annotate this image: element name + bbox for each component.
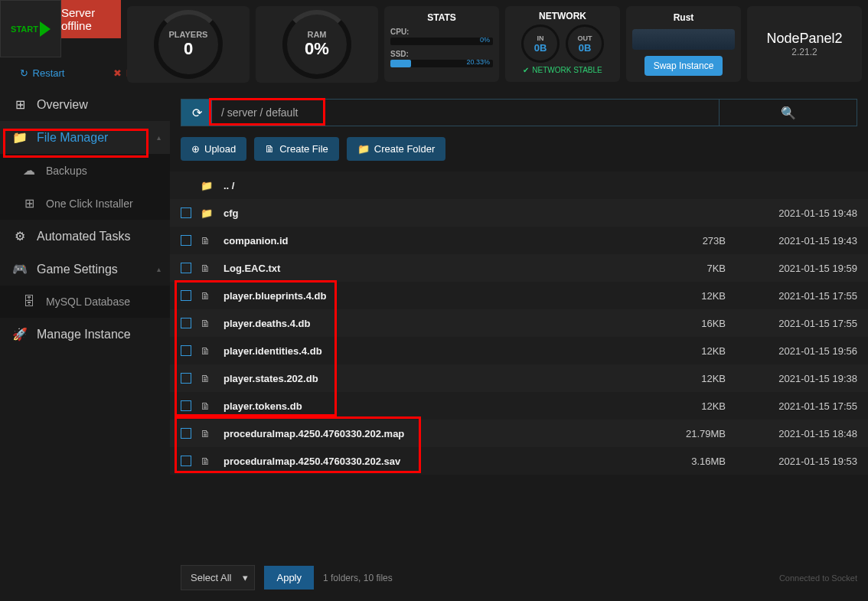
file-date: 2021-01-15 19:53	[735, 456, 857, 467]
file-name: proceduralmap.4250.4760330.202.map	[224, 428, 640, 439]
kill-icon: ✖	[113, 67, 122, 79]
file-date: 2021-01-15 19:59	[735, 263, 857, 274]
create-file-button[interactable]: 🗎Create File	[254, 137, 339, 161]
stats-panel: STATS CPU:0% SSD:20.33%	[384, 6, 499, 82]
check-icon: ✔	[523, 66, 529, 74]
create-folder-button[interactable]: 📁Create Folder	[347, 137, 445, 161]
file-name: .. /	[224, 180, 640, 191]
sidebar-item-file-manager[interactable]: 📁File Manager▴	[0, 121, 170, 154]
nav-icon: 🗄	[21, 295, 37, 309]
file-icon: 🗎	[201, 373, 214, 384]
file-name: player.states.202.db	[224, 373, 640, 384]
sidebar: ⊞Overview📁File Manager▴☁Backups⊞One Clic…	[0, 88, 170, 601]
file-checkbox[interactable]	[181, 235, 191, 246]
file-row[interactable]: 📁cfg2021-01-15 19:48	[170, 199, 868, 227]
file-icon: 🗎	[201, 400, 214, 412]
file-checkbox[interactable]	[181, 207, 191, 218]
file-list: 📁.. /📁cfg2021-01-15 19:48🗎companion.id27…	[170, 171, 868, 554]
nav-icon: ⊞	[21, 196, 37, 211]
file-icon: 🗎	[201, 345, 214, 357]
file-name: proceduralmap.4250.4760330.202.sav	[224, 456, 640, 467]
file-date: 2021-01-15 17:55	[735, 290, 857, 302]
file-icon: 🗎	[201, 318, 214, 329]
nav-icon: ⚙	[12, 229, 28, 243]
file-row[interactable]: 🗎player.tokens.db12KB2021-01-15 17:55	[170, 392, 868, 420]
sidebar-item-overview[interactable]: ⊞Overview	[0, 88, 170, 121]
game-panel: Rust Swap Instance	[626, 6, 741, 82]
swap-instance-button[interactable]: Swap Instance	[644, 56, 723, 76]
sidebar-item-one-click-installer[interactable]: ⊞One Click Installer	[0, 187, 170, 220]
players-gauge: PLAYERS0	[127, 6, 250, 83]
sidebar-item-manage-instance[interactable]: 🚀Manage Instance	[0, 318, 170, 351]
nav-icon: ☁	[21, 163, 37, 178]
apply-button[interactable]: Apply	[264, 566, 314, 590]
file-icon: 🗎	[201, 290, 214, 302]
file-name: player.identities.4.db	[224, 345, 640, 357]
file-row[interactable]: 🗎player.states.202.db12KB2021-01-15 19:3…	[170, 364, 868, 392]
file-icon: 🗎	[265, 143, 275, 155]
file-row[interactable]: 📁.. /	[170, 171, 868, 199]
file-name: cfg	[224, 207, 640, 219]
file-name: companion.id	[224, 235, 640, 247]
file-size: 12KB	[649, 373, 726, 384]
folder-icon: 📁	[357, 143, 370, 155]
file-date: 2021-01-15 19:56	[735, 345, 857, 357]
socket-status: Connected to Socket	[779, 573, 857, 583]
file-size: 273B	[649, 235, 726, 247]
file-name: player.tokens.db	[224, 400, 640, 412]
path-text[interactable]: / server / default	[212, 100, 719, 126]
sidebar-item-game-settings[interactable]: 🎮Game Settings▴	[0, 253, 170, 286]
sidebar-item-backups[interactable]: ☁Backups	[0, 154, 170, 187]
file-icon: 🗎	[201, 263, 214, 274]
file-checkbox[interactable]	[181, 456, 191, 466]
network-panel: NETWORK IN0B OUT0B ✔NETWORK STABLE	[505, 6, 620, 82]
nav-icon: 🚀	[12, 327, 28, 341]
footer-info: 1 folders, 10 files	[323, 573, 393, 583]
file-date: 2021-01-15 19:38	[735, 373, 857, 384]
file-checkbox[interactable]	[181, 263, 191, 273]
file-date: 2021-01-15 17:55	[735, 400, 857, 412]
restart-button[interactable]: ↻Restart	[0, 57, 84, 88]
file-row[interactable]: 🗎player.identities.4.db12KB2021-01-15 19…	[170, 337, 868, 364]
file-size: 12KB	[649, 290, 726, 302]
folder-icon: 📁	[201, 207, 214, 219]
file-size: 12KB	[649, 345, 726, 357]
nav-icon: 📁	[12, 130, 28, 145]
file-row[interactable]: 🗎player.blueprints.4.db12KB2021-01-15 17…	[170, 282, 868, 309]
sidebar-item-mysql-database[interactable]: 🗄MySQL Database	[0, 286, 170, 318]
file-icon: 🗎	[201, 235, 214, 247]
ram-gauge: RAM0%	[256, 6, 378, 83]
file-name: player.deaths.4.db	[224, 318, 640, 329]
file-row[interactable]: 🗎proceduralmap.4250.4760330.202.map21.79…	[170, 420, 868, 447]
nav-icon: ⊞	[12, 97, 28, 112]
file-date: 2021-01-15 17:55	[735, 318, 857, 329]
file-row[interactable]: 🗎player.deaths.4.db16KB2021-01-15 17:55	[170, 309, 868, 337]
upload-button[interactable]: ⊕Upload	[181, 137, 246, 161]
game-thumbnail	[632, 29, 735, 50]
search-button[interactable]: 🔍	[719, 100, 857, 126]
file-checkbox[interactable]	[181, 400, 191, 411]
file-date: 2021-01-15 19:48	[735, 207, 857, 219]
brand-panel: NodePanel2 2.21.2	[747, 6, 862, 82]
file-row[interactable]: 🗎proceduralmap.4250.4760330.202.sav3.16M…	[170, 447, 868, 475]
file-row[interactable]: 🗎companion.id273B2021-01-15 19:43	[170, 227, 868, 254]
file-checkbox[interactable]	[181, 345, 191, 356]
file-size: 21.79MB	[649, 428, 726, 439]
file-checkbox[interactable]	[181, 290, 191, 301]
refresh-icon[interactable]: ⟳	[181, 100, 212, 126]
file-checkbox[interactable]	[181, 428, 191, 439]
server-status: Server offline	[61, 0, 121, 38]
folder-icon: 📁	[201, 180, 214, 191]
file-icon: 🗎	[201, 456, 214, 467]
chevron-icon: ▴	[157, 133, 161, 142]
file-checkbox[interactable]	[181, 318, 191, 328]
file-checkbox[interactable]	[181, 373, 191, 384]
network-status: ✔NETWORK STABLE	[523, 66, 602, 74]
start-icon: START	[11, 21, 51, 37]
file-size: 3.16MB	[649, 456, 726, 467]
sidebar-item-automated-tasks[interactable]: ⚙Automated Tasks	[0, 220, 170, 253]
select-all-dropdown[interactable]: Select All	[181, 565, 255, 590]
file-icon: 🗎	[201, 428, 214, 439]
file-row[interactable]: 🗎Log.EAC.txt7KB2021-01-15 19:59	[170, 254, 868, 282]
start-button[interactable]: START	[0, 0, 61, 57]
